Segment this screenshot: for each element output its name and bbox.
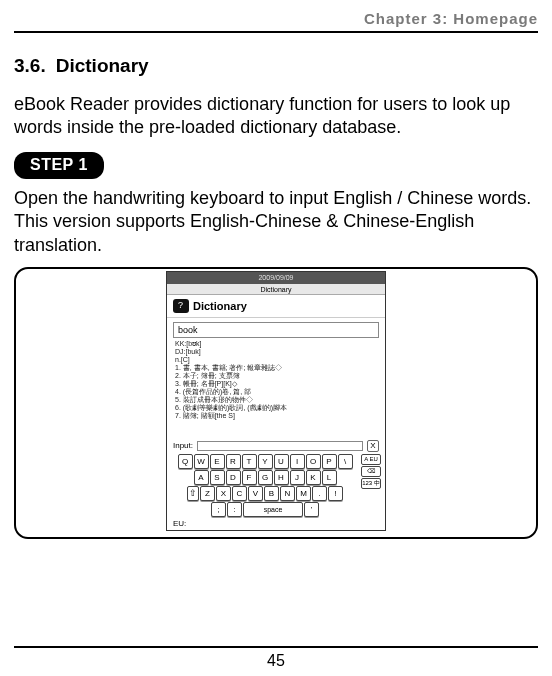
step-1-body: Open the handwriting keyboard to input E… <box>14 187 538 257</box>
key-backslash[interactable]: \ <box>338 454 353 469</box>
key-o[interactable]: O <box>306 454 321 469</box>
key-e[interactable]: E <box>210 454 225 469</box>
device-brand-row: Dictionary <box>167 295 385 318</box>
key-y[interactable]: Y <box>258 454 273 469</box>
input-label: Input: <box>173 441 193 450</box>
kb-row-1: Q W E R T Y U I O P \ <box>171 454 359 469</box>
figure-frame: 2009/09/09 Dictionary Dictionary book KK… <box>14 267 538 539</box>
key-k[interactable]: K <box>306 470 321 485</box>
key-h[interactable]: H <box>274 470 289 485</box>
key-backspace[interactable]: ⌫ <box>361 466 381 477</box>
brand-label: Dictionary <box>193 300 247 312</box>
def-7: 7. 賭簿; 賭額[the S] <box>175 412 379 420</box>
def-4: 4. (長篇作品的)卷, 篇, 部 <box>175 388 379 396</box>
top-rule <box>14 31 538 33</box>
kb-row-4: ; : space ' <box>171 502 359 517</box>
key-n[interactable]: N <box>280 486 295 501</box>
key-l[interactable]: L <box>322 470 337 485</box>
def-3: 3. 帳冊; 名冊[P][K]◇ <box>175 380 379 388</box>
key-t[interactable]: T <box>242 454 257 469</box>
key-c[interactable]: C <box>232 486 247 501</box>
key-shift[interactable]: ⇧ <box>187 486 199 501</box>
step-1-pill: STEP 1 <box>14 152 104 179</box>
key-p[interactable]: P <box>322 454 337 469</box>
key-a[interactable]: A <box>194 470 209 485</box>
device-screenshot: 2009/09/09 Dictionary Dictionary book KK… <box>166 271 386 531</box>
lookup-word-box: book <box>173 322 379 338</box>
def-2: 2. 本子; 簿冊; 支票簿 <box>175 372 379 380</box>
key-w[interactable]: W <box>194 454 209 469</box>
page-number: 45 <box>0 652 552 670</box>
chapter-header: Chapter 3: Homepage <box>14 10 538 29</box>
bottom-rule <box>14 646 538 648</box>
key-123-cn[interactable]: 123 中 <box>361 478 381 489</box>
key-m[interactable]: M <box>296 486 311 501</box>
definition-area: KK:[bʊk] DJ:[buk] n.[C] 1. 書, 書本, 書籍; 著作… <box>175 340 379 438</box>
key-x[interactable]: X <box>216 486 231 501</box>
phonetic-dj: DJ:[buk] <box>175 348 379 356</box>
key-b[interactable]: B <box>264 486 279 501</box>
key-f[interactable]: F <box>242 470 257 485</box>
key-u[interactable]: U <box>274 454 289 469</box>
key-v[interactable]: V <box>248 486 263 501</box>
eu-label: EU: <box>167 518 385 530</box>
section-title: 3.6.Dictionary <box>14 55 538 77</box>
def-5: 5. 裝訂成冊本形的物件◇ <box>175 396 379 404</box>
key-space[interactable]: space <box>243 502 303 517</box>
close-keyboard-button[interactable]: X <box>367 440 379 452</box>
dictionary-icon <box>173 299 189 313</box>
kb-row-2: A S D F G H J K L <box>171 470 359 485</box>
key-g[interactable]: G <box>258 470 273 485</box>
kb-row-3: ⇧ Z X C V B N M . ! <box>171 486 359 501</box>
phonetic-kk: KK:[bʊk] <box>175 340 379 348</box>
section-number: 3.6. <box>14 55 46 76</box>
key-exclaim[interactable]: ! <box>328 486 343 501</box>
kb-side-column: A EU ⌫ 123 中 <box>361 454 381 489</box>
key-s[interactable]: S <box>210 470 225 485</box>
def-6: 6. (歌劇等樂劇的)歌詞, (戲劇的)腳本 <box>175 404 379 412</box>
key-r[interactable]: R <box>226 454 241 469</box>
key-colon[interactable]: : <box>227 502 242 517</box>
intro-paragraph: eBook Reader provides dictionary functio… <box>14 93 538 140</box>
device-title-bar: Dictionary <box>167 284 385 295</box>
key-period[interactable]: . <box>312 486 327 501</box>
section-name: Dictionary <box>56 55 149 76</box>
key-j[interactable]: J <box>290 470 305 485</box>
device-status-bar: 2009/09/09 <box>167 272 385 284</box>
key-z[interactable]: Z <box>200 486 215 501</box>
key-semicolon[interactable]: ; <box>211 502 226 517</box>
handwriting-input-field[interactable] <box>197 441 363 451</box>
def-1: 1. 書, 書本, 書籍; 著作; 報章雜誌◇ <box>175 364 379 372</box>
key-q[interactable]: Q <box>178 454 193 469</box>
key-apostrophe[interactable]: ' <box>304 502 319 517</box>
on-screen-keyboard: Q W E R T Y U I O P \ A S <box>167 452 385 518</box>
handwriting-input-row: Input: X <box>167 440 385 452</box>
key-d[interactable]: D <box>226 470 241 485</box>
key-lang-aeu[interactable]: A EU <box>361 454 381 465</box>
key-i[interactable]: I <box>290 454 305 469</box>
part-of-speech: n.[C] <box>175 356 379 364</box>
